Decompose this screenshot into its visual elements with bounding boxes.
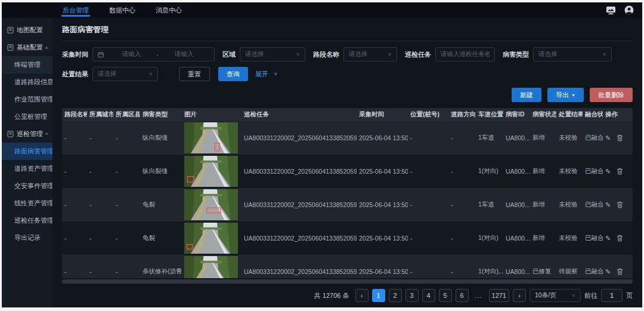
region-select[interactable]: 请选择 ∨ bbox=[240, 47, 305, 61]
trash-icon[interactable] bbox=[617, 134, 623, 141]
column-header: 路段名称 bbox=[62, 110, 87, 119]
cell-road: - bbox=[62, 134, 87, 141]
collect-time-range-input[interactable]: 请输入 - 请输入 bbox=[92, 47, 215, 61]
topbar-tab[interactable]: 消息中心 bbox=[154, 2, 183, 18]
sidebar-item[interactable]: 交安事件管理 bbox=[2, 177, 52, 195]
doc-icon bbox=[7, 131, 14, 137]
cell-road: - bbox=[62, 235, 87, 242]
sidebar-item-label: 交安事件管理 bbox=[14, 181, 52, 190]
page-number-button[interactable]: 1271 bbox=[489, 289, 509, 302]
sidebar-item[interactable]: 终端管理 bbox=[2, 56, 52, 73]
cell-position: - bbox=[408, 235, 448, 242]
damage-type-select[interactable]: 请选择 ∨ bbox=[533, 47, 612, 61]
road-photo[interactable] bbox=[184, 256, 238, 278]
sidebar-item[interactable]: 巡检任务管理 bbox=[2, 212, 52, 229]
cell-lane: 1(对向) bbox=[476, 234, 503, 242]
export-button[interactable]: 导出▼ bbox=[547, 88, 584, 102]
filter-panel: 采集时间 请输入 - 请输入 区域 请选择 bbox=[62, 41, 633, 87]
trash-icon[interactable] bbox=[617, 268, 623, 275]
chevron-down-icon: ∨ bbox=[292, 52, 300, 57]
road-photo[interactable] bbox=[184, 156, 238, 187]
cell-damage_id: UA800... bbox=[503, 201, 530, 208]
cell-status: 已修复 bbox=[530, 267, 556, 276]
chevron-down-icon: ∨ bbox=[568, 293, 575, 298]
page-number-button[interactable]: 1 bbox=[372, 289, 385, 302]
calendar-icon bbox=[98, 51, 104, 58]
batch-delete-button[interactable]: 批量删除 bbox=[590, 88, 633, 102]
screen-icon[interactable] bbox=[606, 6, 616, 15]
next-page-button[interactable]: › bbox=[513, 289, 526, 302]
cell-fusion: 已融合 bbox=[583, 201, 603, 209]
sidebar-item-label: 地图配置 bbox=[17, 26, 43, 35]
cell-fusion: 已融合 bbox=[583, 267, 603, 276]
cell-lane: 1车道 bbox=[476, 134, 503, 142]
sidebar-item-label: 公里桩管理 bbox=[14, 112, 47, 121]
goto-label: 前往 bbox=[584, 291, 597, 300]
app-window: 后台管理数据中心消息中心 地图配置基础配置∧终端管理道路路段信息作业范围管理公里… bbox=[2, 2, 642, 307]
road-name-select[interactable]: 请选择 ∨ bbox=[343, 47, 397, 61]
edit-icon[interactable]: ✎ bbox=[605, 268, 611, 276]
page-number-button[interactable]: 6 bbox=[456, 289, 469, 302]
edit-icon[interactable]: ✎ bbox=[605, 201, 611, 209]
page-number-button[interactable]: 4 bbox=[422, 289, 435, 302]
column-header: 处置结果 bbox=[556, 110, 583, 119]
cell-photo bbox=[182, 223, 242, 254]
trash-icon[interactable] bbox=[617, 235, 623, 242]
edit-icon[interactable]: ✎ bbox=[605, 168, 611, 175]
cell-damage_id: UA800... bbox=[503, 134, 530, 141]
sidebar-item[interactable]: 道路路段信息 bbox=[2, 73, 52, 91]
cell-result: 未校验 bbox=[556, 201, 583, 209]
road-photo[interactable] bbox=[184, 223, 238, 254]
table-actions: 新建 导出▼ 批量删除 bbox=[62, 88, 633, 102]
page-number-button[interactable]: 3 bbox=[405, 289, 419, 302]
page-size-select[interactable]: 10条/页∨ bbox=[530, 289, 581, 302]
edit-icon[interactable]: ✎ bbox=[605, 134, 611, 142]
edit-icon[interactable]: ✎ bbox=[605, 235, 611, 242]
cell-direction: - bbox=[448, 134, 476, 141]
sidebar-item[interactable]: 线性资产管理 bbox=[2, 195, 52, 212]
cell-type: 纵向裂缝 bbox=[140, 167, 182, 175]
cell-operations: ✎ bbox=[603, 268, 633, 276]
goto-page-input[interactable] bbox=[601, 289, 623, 302]
prev-page-button[interactable]: ‹ bbox=[355, 289, 369, 302]
sidebar-item[interactable]: 地图配置 bbox=[2, 21, 52, 39]
create-button[interactable]: 新建 bbox=[512, 88, 541, 102]
cell-photo bbox=[182, 156, 242, 187]
cell-photo bbox=[182, 189, 242, 220]
search-button[interactable]: 查询 bbox=[218, 67, 248, 81]
sidebar-item[interactable]: 巡检管理∧ bbox=[2, 125, 52, 143]
road-photo[interactable] bbox=[184, 189, 238, 220]
sidebar-item[interactable]: 道路资产管理 bbox=[2, 160, 52, 177]
cell-task: UA800331220002_20250604133852059 bbox=[242, 168, 357, 175]
cell-task: UA800331220002_20250604133852059 bbox=[242, 235, 357, 242]
inspect-task-input[interactable]: 请输入巡检任务名称 bbox=[435, 47, 495, 61]
topbar-tab[interactable]: 后台管理 bbox=[61, 2, 90, 18]
sidebar-item[interactable]: 作业范围管理 bbox=[2, 91, 52, 108]
handle-result-select[interactable]: 请选择 ∨ bbox=[92, 67, 158, 81]
expand-toggle[interactable]: 展开∨ bbox=[255, 70, 278, 79]
reset-button[interactable]: 重置 bbox=[179, 67, 210, 81]
cell-status: 新增 bbox=[530, 167, 556, 175]
sidebar-item[interactable]: 基础配置∧ bbox=[2, 39, 52, 56]
cell-lane: 1(对向),... bbox=[476, 267, 503, 276]
road-photo[interactable] bbox=[184, 122, 238, 153]
doc-icon bbox=[7, 44, 14, 51]
chevron-down-icon: ∨ bbox=[384, 52, 392, 57]
cell-city: - bbox=[87, 235, 113, 242]
cell-county: - bbox=[113, 268, 140, 275]
trash-icon[interactable] bbox=[617, 201, 623, 208]
sidebar-item-active[interactable]: 路面病害管理 bbox=[2, 143, 52, 160]
column-header: 操作 bbox=[603, 110, 633, 119]
cell-position: - bbox=[408, 201, 448, 208]
sidebar-item-label: 导出记录 bbox=[14, 233, 41, 242]
page-ellipsis[interactable]: ... bbox=[472, 289, 485, 302]
sidebar-item[interactable]: 导出记录 bbox=[2, 229, 52, 247]
trash-icon[interactable] bbox=[617, 168, 623, 175]
topbar-tab[interactable]: 数据中心 bbox=[108, 2, 137, 18]
page-number-button[interactable]: 2 bbox=[389, 289, 402, 302]
user-avatar-icon[interactable] bbox=[624, 5, 634, 15]
sidebar-item[interactable]: 公里桩管理 bbox=[2, 108, 52, 125]
page-number-button[interactable]: 5 bbox=[439, 289, 452, 302]
doc-icon bbox=[7, 27, 14, 33]
horizontal-scrollbar[interactable] bbox=[62, 279, 633, 284]
